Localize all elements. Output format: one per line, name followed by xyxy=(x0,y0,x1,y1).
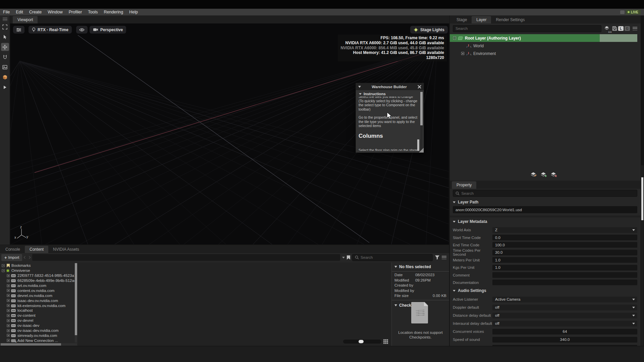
capture-tool-button[interactable] xyxy=(1,63,9,71)
connection-tree-row[interactable]: ov-devrel xyxy=(0,318,74,323)
forward-icon[interactable] xyxy=(28,256,31,259)
content-search[interactable] xyxy=(352,254,433,261)
expander-icon[interactable] xyxy=(7,274,9,277)
menu-item[interactable]: Help xyxy=(126,10,141,14)
property-value-field[interactable]: Active Camera xyxy=(492,297,637,302)
expander-icon[interactable] xyxy=(7,304,9,307)
connection-tree-row[interactable]: content.ov.nvidia.com xyxy=(0,288,74,293)
move-tool-button[interactable] xyxy=(1,43,9,51)
expander-icon[interactable] xyxy=(461,52,464,55)
content-search-input[interactable] xyxy=(361,255,430,259)
expander-icon[interactable] xyxy=(7,294,9,297)
tree-scrollbar-thumb[interactable] xyxy=(75,263,77,335)
property-value-field[interactable]: off xyxy=(492,305,637,310)
resize-grip[interactable] xyxy=(419,148,424,153)
content-tab[interactable]: NVIDIA Assets xyxy=(48,246,84,253)
layer-types-button[interactable]: AA xyxy=(604,25,609,32)
menu-item[interactable]: File xyxy=(0,10,13,14)
property-value-field[interactable] xyxy=(492,280,637,285)
connection-tree-row[interactable]: 6628509e-4ebb-499e-9b4b-512ada1dcf xyxy=(0,278,74,283)
connection-tree-row[interactable]: art.ov.nvidia.com xyxy=(0,283,74,288)
camera-selector[interactable]: Perspective xyxy=(90,26,126,34)
connection-tree-row[interactable]: Add New Connection ... xyxy=(0,338,74,343)
property-value-field[interactable]: off xyxy=(492,313,637,318)
property-value-field[interactable]: 340.0 xyxy=(492,337,637,343)
file-grid-area[interactable] xyxy=(77,262,391,346)
usd-asset-button[interactable] xyxy=(1,73,9,81)
tab-property[interactable]: Property xyxy=(452,181,476,189)
tree-hscrollbar-thumb[interactable] xyxy=(1,343,61,346)
property-value-field[interactable] xyxy=(492,272,637,278)
stage-lights-button[interactable]: Stage Lights xyxy=(410,26,448,34)
instructions-section-header[interactable]: Instructions xyxy=(356,90,424,97)
layer-tree-row[interactable]: Environment xyxy=(450,50,637,57)
layer-path-section-header[interactable]: Layer Path xyxy=(450,199,641,205)
close-icon[interactable] xyxy=(418,85,421,88)
property-scrollbar[interactable] xyxy=(641,165,644,346)
menu-item[interactable]: Rendering xyxy=(101,10,126,14)
expander-icon[interactable] xyxy=(7,334,9,337)
viewport-settings-button[interactable] xyxy=(13,26,24,34)
save-icon[interactable] xyxy=(612,26,617,31)
expander-icon[interactable] xyxy=(7,339,9,342)
content-tab[interactable]: Content xyxy=(25,246,48,253)
layer-tree-row[interactable]: World xyxy=(450,42,637,50)
tree-vertical-scrollbar[interactable] xyxy=(75,263,77,343)
property-value-field[interactable]: off xyxy=(492,321,637,326)
grid-view-icon[interactable] xyxy=(383,339,388,344)
connection-tree-row[interactable]: kit-extensions.ov.nvidia.com xyxy=(0,303,74,308)
layer-metadata-section-header[interactable]: Layer Metadata xyxy=(450,218,641,225)
renderer-selector[interactable]: RTX - Real-Time xyxy=(29,26,72,34)
connection-tree-row[interactable]: devrel.ov.nvidia.com xyxy=(0,293,74,298)
property-value-field[interactable]: Z xyxy=(492,227,637,233)
collapse-icon[interactable] xyxy=(358,86,361,88)
menu-item[interactable]: Edit xyxy=(13,10,26,14)
connection-tree-row[interactable]: 22f09777-5832-4514-9f85-4523a7c9dfc xyxy=(0,273,74,278)
scrollbar-thumb[interactable] xyxy=(420,92,423,125)
connection-tree-row[interactable]: ov-content xyxy=(0,313,74,318)
property-scrollbar-thumb[interactable] xyxy=(641,177,643,220)
filter-icon[interactable] xyxy=(435,255,440,260)
import-button[interactable]: Import xyxy=(1,254,22,261)
back-icon[interactable] xyxy=(24,256,26,259)
no-files-header[interactable]: No files selected xyxy=(392,262,449,270)
global-filter-button[interactable]: G xyxy=(625,26,630,31)
frame-select-tool-button[interactable] xyxy=(1,23,9,31)
expander-icon[interactable] xyxy=(7,319,9,322)
transfer-layer-icon[interactable] xyxy=(530,172,537,177)
expander-icon[interactable] xyxy=(7,284,9,287)
layer-tree-row[interactable]: Root Layer (Authoring Layer) xyxy=(450,34,637,42)
local-filter-button[interactable]: L xyxy=(618,26,624,31)
menu-item[interactable]: Tools xyxy=(85,10,101,14)
connection-tree-row[interactable]: Bookmarks xyxy=(0,263,74,268)
expander-icon[interactable] xyxy=(7,299,9,302)
expander-icon[interactable] xyxy=(7,309,9,312)
connection-tree-row[interactable]: ov-isaac-dev xyxy=(0,323,74,328)
property-value-field[interactable]: 100.0 xyxy=(492,242,637,248)
menu-item[interactable]: Create xyxy=(26,10,45,14)
layer-path-field[interactable]: anon:0000020C86D59C20:World1.usd xyxy=(453,206,637,213)
menu-item[interactable]: Profiler xyxy=(66,10,85,14)
property-value-field[interactable]: 0.0 xyxy=(492,235,637,240)
tab-viewport[interactable]: Viewport xyxy=(13,16,38,23)
property-value-field[interactable]: 1.0 xyxy=(492,257,637,263)
expander-icon[interactable] xyxy=(7,324,9,327)
dock-grip-icon[interactable] xyxy=(3,17,7,21)
expander-icon[interactable] xyxy=(7,279,9,282)
panel-options-icon[interactable] xyxy=(633,27,637,30)
property-search[interactable] xyxy=(453,190,637,197)
select-tool-button[interactable] xyxy=(1,33,9,41)
expander-icon[interactable] xyxy=(2,269,4,272)
connection-tree-row[interactable]: localhost xyxy=(0,308,74,313)
add-layer-icon[interactable] xyxy=(540,172,547,177)
slider-handle[interactable] xyxy=(359,340,364,343)
property-search-input[interactable] xyxy=(462,191,635,195)
view-options-icon[interactable] xyxy=(442,256,446,259)
play-button[interactable] xyxy=(1,83,9,91)
layer-panel-tab[interactable]: Stage xyxy=(452,16,472,23)
live-button[interactable]: LIVE xyxy=(626,10,641,14)
tree-horizontal-scrollbar[interactable] xyxy=(0,343,77,346)
layers-mini-icon[interactable] xyxy=(620,10,625,14)
connection-tree-row[interactable]: ov-isaac-dev.nvidia.com xyxy=(0,328,74,333)
layer-search-input[interactable] xyxy=(455,26,599,31)
